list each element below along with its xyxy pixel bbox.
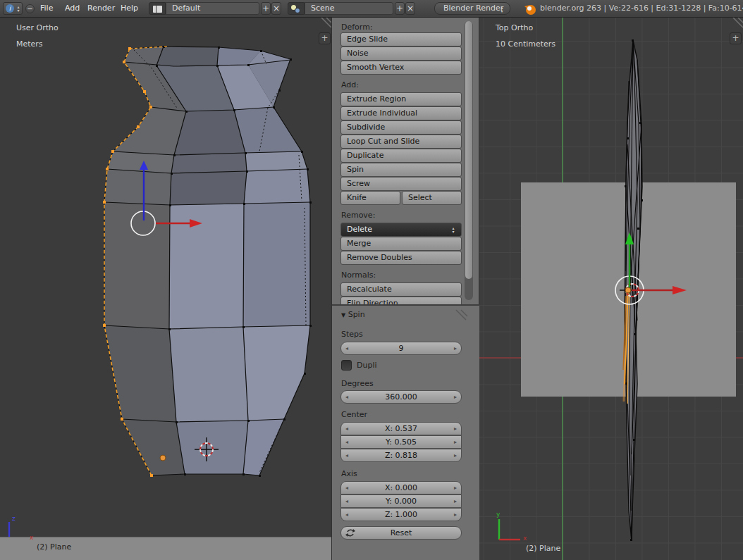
steps-label: Steps: [341, 330, 363, 339]
minus-icon: −: [27, 5, 32, 13]
edge-slide-button[interactable]: Edge Slide: [340, 32, 462, 46]
axis-z-slider[interactable]: ◂Z: 1.000▸: [340, 508, 462, 521]
smooth-vertex-button[interactable]: Smooth Vertex: [340, 61, 462, 75]
scene-icon-sphere: [295, 8, 300, 13]
degrees-label: Degrees: [341, 379, 374, 388]
panel-header-spin[interactable]: ▼ Spin: [341, 310, 365, 319]
steps-slider[interactable]: ◂ 9 ▸: [340, 342, 462, 355]
increment-icon[interactable]: ▸: [454, 509, 457, 521]
normals-section-label: Normals:: [341, 270, 376, 280]
merge-button[interactable]: Merge: [340, 237, 462, 251]
decrement-icon[interactable]: ◂: [345, 495, 348, 507]
expand-properties-button[interactable]: +: [730, 32, 742, 44]
screen-layout-field[interactable]: Default: [166, 2, 259, 15]
degrees-slider[interactable]: ◂ 360.000 ▸: [340, 390, 462, 404]
noise-button[interactable]: Noise: [340, 46, 462, 61]
increment-icon[interactable]: ▸: [454, 342, 457, 354]
layout-icon-divider: [156, 6, 156, 13]
delete-dropdown[interactable]: Delete ▴▾: [340, 223, 462, 237]
corner-grip[interactable]: [733, 18, 743, 27]
y-axis-label: y: [496, 511, 500, 518]
decrement-icon[interactable]: ◂: [345, 342, 348, 354]
menu-render[interactable]: Render: [87, 4, 115, 13]
collapse-menus-button[interactable]: −: [25, 4, 35, 13]
remove-section-label: Remove:: [341, 211, 375, 220]
axis-gizmo: [499, 519, 520, 540]
flip-direction-button[interactable]: Flip Direction: [340, 297, 462, 304]
increment-icon[interactable]: ▸: [454, 482, 457, 494]
reset-button[interactable]: Reset: [340, 526, 462, 540]
axis-label: Axis: [341, 469, 357, 478]
loop-cut-and-slide-button[interactable]: Loop Cut and Slide: [340, 135, 462, 149]
active-object-label: (2) Plane: [526, 544, 560, 553]
reset-cycle-icon: [345, 528, 355, 537]
decrement-icon[interactable]: ◂: [345, 436, 348, 448]
x-axis-label: x: [30, 534, 33, 541]
tool-shelf-scrollbar[interactable]: [465, 21, 473, 300]
add-layout-button[interactable]: +: [261, 2, 271, 15]
decrement-icon[interactable]: ◂: [345, 509, 348, 521]
decrement-icon[interactable]: ◂: [345, 449, 348, 461]
scrollbar-thumb[interactable]: [465, 21, 472, 279]
center-z-slider[interactable]: ◂Z: 0.818▸: [340, 449, 462, 462]
active-object-label: (2) Plane: [37, 542, 71, 552]
viewport-user-ortho[interactable]: User Ortho Meters z x (2) Plane +: [0, 18, 331, 560]
close-layout-button[interactable]: ×: [271, 2, 281, 15]
info-header: i ▴▾ − File Add Render Help Default + × …: [0, 0, 743, 18]
viewport-top-ortho[interactable]: Top Ortho 10 Centimeters y x (2) Plane +: [479, 18, 743, 560]
scene-field[interactable]: Scene: [305, 2, 393, 15]
dupli-checkbox[interactable]: [341, 360, 352, 371]
blender-logo-icon: [523, 2, 537, 16]
center-label: Center: [341, 410, 367, 419]
menu-help[interactable]: Help: [121, 4, 138, 13]
decrement-icon[interactable]: ◂: [345, 391, 348, 403]
disclosure-triangle-icon: ▼: [341, 312, 345, 318]
add-scene-button[interactable]: +: [395, 2, 405, 15]
remove-doubles-button[interactable]: Remove Doubles: [340, 251, 462, 265]
panel-drag-grip[interactable]: [453, 309, 469, 321]
scene-statistics: blender.org 263 | Ve:22-616 | Ed:31-1228…: [540, 4, 743, 13]
axis-y-slider[interactable]: ◂Y: 0.000▸: [340, 494, 462, 508]
object-origin-dot: [160, 455, 166, 461]
recalculate-button[interactable]: Recalculate: [340, 282, 462, 297]
top-view-scene: [479, 18, 743, 560]
menu-file[interactable]: File: [40, 4, 53, 13]
select-button[interactable]: Select: [402, 191, 462, 205]
decrement-icon[interactable]: ◂: [345, 423, 348, 435]
info-icon: i: [6, 4, 14, 13]
view-name-label: User Ortho: [16, 23, 59, 32]
operator-redo-panel: ▼ Spin Steps ◂ 9 ▸ Dupli Degrees ◂ 360.0…: [332, 304, 480, 560]
dupli-label: Dupli: [357, 361, 377, 370]
add-section-label: Add:: [341, 80, 359, 89]
menu-add[interactable]: Add: [65, 4, 80, 13]
spin-button[interactable]: Spin: [340, 163, 462, 177]
knife-button[interactable]: Knife: [340, 191, 400, 205]
increment-icon[interactable]: ▸: [454, 423, 457, 435]
chevron-up-down-icon: ▴▾: [450, 226, 456, 233]
axis-x-slider[interactable]: ◂X: 0.000▸: [340, 481, 462, 494]
center-x-slider[interactable]: ◂X: 0.537▸: [340, 422, 462, 435]
increment-icon[interactable]: ▸: [454, 495, 457, 507]
decrement-icon[interactable]: ◂: [345, 482, 348, 494]
object-origin-dot: [625, 287, 631, 293]
render-engine-dropdown[interactable]: Blender Render ▴▾: [434, 2, 510, 15]
expand-properties-button[interactable]: +: [319, 32, 331, 44]
corner-grip[interactable]: [321, 18, 331, 27]
chevron-up-down-icon: ▴▾: [16, 5, 21, 12]
increment-icon[interactable]: ▸: [454, 449, 457, 461]
view-name-label: Top Ortho: [496, 23, 533, 32]
duplicate-button[interactable]: Duplicate: [340, 149, 462, 163]
tool-shelf-scroll-region[interactable]: Deform: Edge Slide Noise Smooth Vertex A…: [332, 18, 480, 304]
editor-type-button[interactable]: i ▴▾: [3, 2, 23, 15]
extrude-region-button[interactable]: Extrude Region: [340, 92, 462, 106]
subdivide-button[interactable]: Subdivide: [340, 120, 462, 135]
increment-icon[interactable]: ▸: [454, 436, 457, 448]
screw-button[interactable]: Screw: [340, 177, 462, 191]
view-scale-label: Meters: [16, 39, 43, 49]
extrude-individual-button[interactable]: Extrude Individual: [340, 106, 462, 120]
vase-mesh-edit-mode: [0, 18, 331, 560]
center-y-slider[interactable]: ◂Y: 0.505▸: [340, 435, 462, 449]
deform-section-label: Deform:: [341, 23, 373, 32]
close-scene-button[interactable]: ×: [405, 2, 415, 15]
increment-icon[interactable]: ▸: [454, 391, 457, 403]
